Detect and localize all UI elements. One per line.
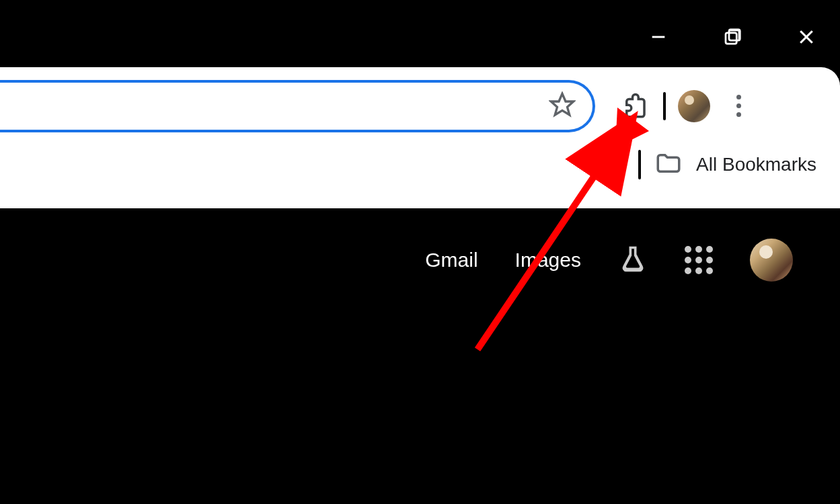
- separator: [663, 92, 666, 120]
- window-controls: [645, 24, 820, 50]
- chrome-toolbar: All Bookmarks: [0, 67, 840, 208]
- maximize-button[interactable]: [719, 24, 746, 50]
- images-link[interactable]: Images: [515, 249, 581, 271]
- separator: [638, 150, 641, 179]
- account-avatar[interactable]: [750, 239, 793, 282]
- google-apps-button[interactable]: [685, 246, 713, 274]
- labs-button[interactable]: [618, 244, 648, 276]
- bookmark-star-icon[interactable]: [549, 91, 576, 121]
- gmail-link[interactable]: Gmail: [425, 249, 478, 271]
- chrome-menu-button[interactable]: [722, 90, 755, 122]
- google-header: Gmail Images: [425, 239, 793, 282]
- bookmarks-bar: All Bookmarks: [0, 134, 840, 195]
- profile-button[interactable]: [678, 90, 710, 122]
- svg-marker-5: [551, 93, 573, 115]
- toolbar-icons: [619, 90, 755, 122]
- extensions-button[interactable]: [619, 90, 651, 122]
- minimize-button[interactable]: [645, 24, 672, 50]
- all-bookmarks-link[interactable]: All Bookmarks: [696, 154, 816, 175]
- folder-icon: [654, 149, 683, 180]
- svg-rect-1: [726, 33, 736, 44]
- profile-avatar-icon: [678, 90, 710, 122]
- address-bar-row: [0, 67, 840, 134]
- omnibox[interactable]: [0, 80, 595, 132]
- close-button[interactable]: [793, 24, 820, 50]
